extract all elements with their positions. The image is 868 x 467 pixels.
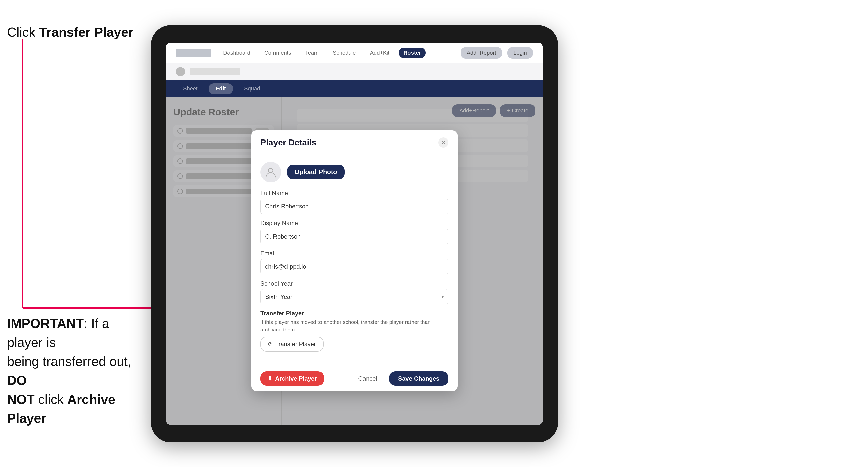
modal-body: Upload Photo Full Name Display Name [251, 155, 458, 366]
cancel-button[interactable]: Cancel [351, 372, 384, 385]
app-topbar: Dashboard Comments Team Schedule Add+Kit… [166, 43, 543, 63]
save-changes-button[interactable]: Save Changes [389, 372, 448, 385]
tab-sheet[interactable]: Sheet [176, 84, 205, 94]
nav-item-addkit[interactable]: Add+Kit [366, 48, 394, 58]
avatar-icon [265, 167, 276, 178]
school-year-select[interactable]: First Year Second Year Third Year Fourth… [260, 289, 448, 304]
transfer-player-button[interactable]: ⟳ Transfer Player [260, 337, 323, 352]
instruction-top: Click Transfer Player [7, 24, 133, 41]
app-logo [176, 49, 211, 57]
nav-items: Dashboard Comments Team Schedule Add+Kit… [219, 48, 453, 58]
archive-icon: ⬇ [268, 375, 273, 382]
nav-item-dashboard[interactable]: Dashboard [219, 48, 255, 58]
full-name-label: Full Name [260, 189, 448, 196]
email-input[interactable] [260, 259, 448, 275]
transfer-icon: ⟳ [268, 341, 273, 347]
sub-bar [166, 63, 543, 81]
svg-point-3 [269, 168, 273, 173]
arrow-indicator [11, 39, 162, 323]
archive-player-button[interactable]: ⬇ Archive Player [260, 372, 324, 385]
login-button[interactable]: Login [507, 47, 533, 59]
display-name-input[interactable] [260, 229, 448, 244]
breadcrumb [190, 68, 240, 75]
school-year-group: School Year First Year Second Year Third… [260, 280, 448, 304]
main-content: Update Roster [166, 97, 543, 425]
transfer-btn-label: Transfer Player [275, 341, 316, 348]
player-avatar [260, 162, 281, 183]
instruction-bottom-important: IMPORTANT: If a player isbeing transferr… [7, 316, 131, 426]
school-year-select-wrapper: First Year Second Year Third Year Fourth… [260, 289, 448, 304]
ipad-screen: Dashboard Comments Team Schedule Add+Kit… [166, 43, 543, 425]
footer-right: Cancel Save Changes [351, 372, 448, 385]
nav-item-comments[interactable]: Comments [260, 48, 296, 58]
archive-btn-label: Archive Player [275, 375, 317, 382]
nav-item-roster[interactable]: Roster [399, 48, 426, 58]
ipad-device: Dashboard Comments Team Schedule Add+Kit… [151, 25, 558, 442]
transfer-section-title: Transfer Player [260, 310, 448, 317]
full-name-input[interactable] [260, 198, 448, 214]
nav-item-team[interactable]: Team [301, 48, 323, 58]
instruction-bottom: IMPORTANT: If a player isbeing transferr… [7, 314, 140, 428]
modal-header: Player Details × [251, 130, 458, 155]
instruction-top-prefix: Click [7, 25, 39, 39]
sub-bar-icon [176, 67, 185, 76]
add-report-button[interactable]: Add+Report [461, 47, 502, 59]
tab-edit[interactable]: Edit [209, 84, 233, 94]
content-tabs: Sheet Edit Squad [166, 81, 543, 97]
email-group: Email [260, 250, 448, 275]
modal-title: Player Details [260, 137, 316, 147]
player-details-modal: Player Details × [251, 130, 458, 391]
upload-photo-button[interactable]: Upload Photo [287, 165, 345, 180]
display-name-label: Display Name [260, 220, 448, 227]
email-label: Email [260, 250, 448, 257]
instruction-top-highlight: Transfer Player [39, 25, 133, 39]
transfer-section-desc: If this player has moved to another scho… [260, 318, 448, 333]
topbar-right: Add+Report Login [461, 47, 533, 59]
photo-row: Upload Photo [260, 162, 448, 183]
full-name-group: Full Name [260, 189, 448, 214]
modal-footer: ⬇ Archive Player Cancel Save Changes [251, 366, 458, 391]
school-year-label: School Year [260, 280, 448, 287]
display-name-group: Display Name [260, 220, 448, 244]
tab-squad[interactable]: Squad [237, 84, 267, 94]
nav-item-schedule[interactable]: Schedule [328, 48, 361, 58]
modal-backdrop: Player Details × [166, 97, 543, 425]
modal-close-button[interactable]: × [438, 137, 448, 148]
transfer-player-section: Transfer Player If this player has moved… [260, 310, 448, 352]
